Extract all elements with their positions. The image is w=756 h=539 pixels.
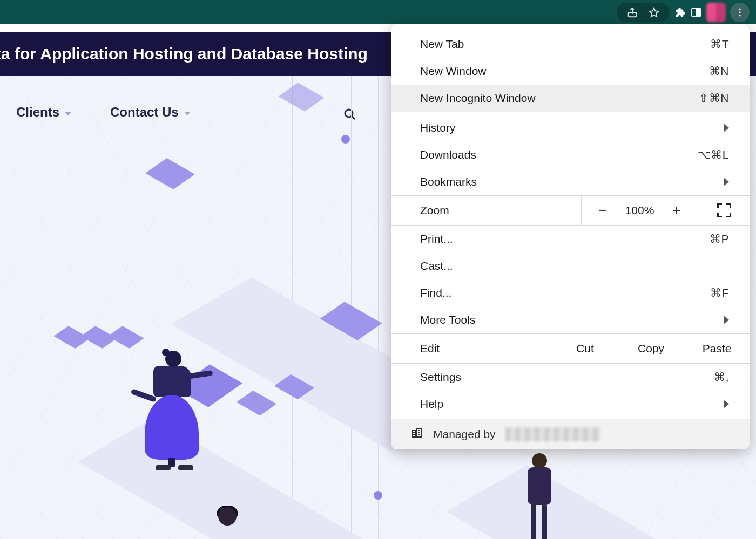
- menu-item-help[interactable]: Help: [391, 391, 750, 418]
- menu-item-zoom: Zoom − 100% +: [391, 195, 750, 226]
- more-menu-button[interactable]: [730, 3, 750, 22]
- menu-separator: [391, 113, 750, 113]
- menu-label: New Tab: [420, 38, 710, 51]
- menu-item-settings[interactable]: Settings ⌘,: [391, 364, 750, 391]
- chevron-right-icon: [724, 316, 729, 324]
- menu-item-managed-by[interactable]: Managed by: [391, 419, 750, 449]
- edit-paste-button[interactable]: Paste: [684, 334, 750, 363]
- menu-item-downloads[interactable]: Downloads ⌥⌘L: [391, 141, 750, 168]
- decorative-node: [341, 135, 350, 144]
- managed-by-prefix: Managed by: [433, 428, 496, 441]
- browser-overflow-menu: New Tab ⌘T New Window ⌘N New Incognito W…: [391, 24, 750, 449]
- zoom-level: 100%: [625, 204, 654, 217]
- svg-rect-2: [697, 8, 700, 16]
- svg-point-3: [739, 8, 740, 10]
- menu-label: Bookmarks: [420, 175, 724, 188]
- menu-item-print[interactable]: Print... ⌘P: [391, 226, 750, 253]
- chevron-down-icon: [65, 112, 71, 115]
- menu-item-bookmarks[interactable]: Bookmarks: [391, 168, 750, 195]
- extensions-icon[interactable]: [674, 6, 686, 18]
- menu-shortcut: ⇧⌘N: [699, 92, 729, 105]
- nav-clients-label: Clients: [16, 105, 59, 120]
- managed-by-org-redacted: [505, 427, 600, 441]
- share-icon[interactable]: [626, 6, 638, 18]
- zoom-in-button[interactable]: +: [669, 202, 685, 219]
- toolbar-pill: [617, 3, 670, 22]
- edit-copy-button[interactable]: Copy: [618, 334, 684, 363]
- menu-item-edit: Edit Cut Copy Paste: [391, 333, 750, 364]
- menu-shortcut: ⌘,: [714, 371, 729, 384]
- zoom-out-button[interactable]: −: [595, 202, 611, 219]
- menu-label: New Window: [420, 65, 709, 78]
- menu-label: History: [420, 121, 724, 134]
- menu-shortcut: ⌘N: [709, 65, 729, 78]
- organization-icon: [410, 426, 423, 442]
- search-button[interactable]: [340, 105, 360, 124]
- hero-title: ta for Application Hosting and Database …: [0, 45, 368, 63]
- menu-label: New Incognito Window: [420, 92, 699, 105]
- menu-item-history[interactable]: History: [391, 114, 750, 141]
- site-nav: Clients Contact Us: [16, 105, 191, 120]
- svg-point-4: [739, 11, 740, 13]
- star-icon[interactable]: [648, 6, 660, 18]
- menu-shortcut: ⌥⌘L: [698, 148, 729, 161]
- menu-label: Cast...: [420, 260, 729, 272]
- side-panel-icon[interactable]: [690, 6, 702, 18]
- fullscreen-icon: [717, 203, 731, 217]
- menu-label: Print...: [420, 233, 710, 245]
- menu-shortcut: ⌘T: [710, 38, 729, 51]
- nav-clients[interactable]: Clients: [16, 105, 71, 120]
- fullscreen-button[interactable]: [698, 196, 750, 225]
- menu-shortcut: ⌘F: [710, 286, 729, 299]
- zoom-label: Zoom: [391, 196, 581, 225]
- zoom-controls: − 100% +: [581, 196, 698, 225]
- chevron-right-icon: [724, 124, 729, 132]
- menu-item-new-window[interactable]: New Window ⌘N: [391, 58, 750, 85]
- nav-contact[interactable]: Contact Us: [110, 105, 191, 120]
- menu-item-new-tab[interactable]: New Tab ⌘T: [391, 31, 750, 58]
- menu-item-more-tools[interactable]: More Tools: [391, 306, 750, 333]
- menu-item-new-incognito[interactable]: New Incognito Window ⇧⌘N: [391, 85, 750, 112]
- nav-contact-label: Contact Us: [110, 105, 179, 120]
- browser-toolbar: [0, 0, 756, 24]
- search-icon: [343, 108, 356, 121]
- chevron-right-icon: [724, 178, 729, 186]
- chevron-right-icon: [724, 400, 729, 408]
- edit-cut-button[interactable]: Cut: [552, 334, 618, 363]
- menu-item-cast[interactable]: Cast...: [391, 253, 750, 279]
- menu-label: More Tools: [420, 313, 724, 326]
- menu-shortcut: ⌘P: [710, 233, 729, 245]
- edit-label: Edit: [391, 334, 552, 363]
- decorative-node: [374, 491, 382, 500]
- menu-label: Find...: [420, 286, 710, 299]
- menu-label: Downloads: [420, 148, 698, 161]
- menu-item-find[interactable]: Find... ⌘F: [391, 279, 750, 306]
- menu-label: Help: [420, 398, 724, 411]
- decorative-line: [378, 76, 379, 539]
- profile-avatar[interactable]: [706, 3, 726, 22]
- chevron-down-icon: [184, 112, 191, 115]
- menu-label: Settings: [420, 371, 714, 384]
- svg-point-5: [739, 15, 740, 16]
